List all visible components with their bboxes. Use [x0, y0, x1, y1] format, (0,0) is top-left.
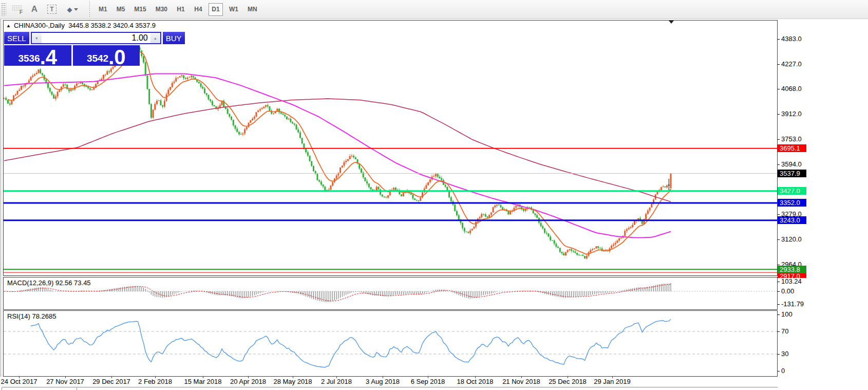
- chart-tab[interactable]: [2, 387, 77, 390]
- text-label-tool-button[interactable]: A: [26, 2, 43, 16]
- date-tick-label: 3 Aug 2018: [366, 378, 400, 385]
- date-axis[interactable]: 24 Oct 201727 Nov 201729 Dec 20172 Feb 2…: [0, 377, 868, 386]
- bid-dec: .4: [40, 49, 57, 66]
- rsi-pane[interactable]: RSI(14) 78.2685: [3, 310, 778, 377]
- ma-slow-line: [4, 99, 671, 201]
- macd-tick-label: -131.79: [781, 300, 804, 308]
- volume-stepper: ▾ ▴: [31, 32, 161, 44]
- price-badge-3427.0: 3427.0: [778, 187, 806, 195]
- macd-tick-mark: [778, 304, 780, 305]
- price-tick-label: 3120.0: [781, 235, 802, 243]
- timeframe-button-h1[interactable]: H1: [174, 3, 188, 16]
- bid-price-display[interactable]: 3536.4: [4, 45, 71, 66]
- collapse-arrow-icon[interactable]: ▲: [6, 23, 11, 28]
- macd-tick-mark: [778, 291, 780, 292]
- top-toolbar: F A T ◆ M1M5M15M30H1H4D1W1MN: [0, 0, 868, 19]
- rsi-chart[interactable]: [4, 311, 777, 376]
- timeframe-button-h4[interactable]: H4: [191, 3, 205, 16]
- timeframe-button-m15[interactable]: M15: [131, 3, 149, 16]
- arrows-icon: ◆: [67, 6, 72, 13]
- date-tick-label: 2 Feb 2018: [138, 378, 172, 385]
- timeframe-button-mn[interactable]: MN: [244, 3, 260, 16]
- price-badge-3352.0: 3352.0: [778, 199, 806, 207]
- rsi-tick-mark: [778, 371, 780, 372]
- rsi-label: RSI(14) 78.2685: [7, 312, 56, 320]
- macd-signal-line: [4, 284, 671, 301]
- timeframe-button-d1[interactable]: D1: [209, 3, 223, 16]
- price-tick-mark: [778, 64, 780, 65]
- rsi-tick-mark: [778, 354, 780, 355]
- text-tool-button[interactable]: T: [43, 2, 61, 16]
- volume-input[interactable]: [42, 33, 150, 43]
- toolbar-grip[interactable]: [1, 3, 6, 16]
- text-label-icon: A: [31, 4, 37, 14]
- price-badge-2917.0: 2917.0: [778, 273, 806, 278]
- volume-increase-button[interactable]: ▴: [150, 33, 160, 43]
- price-badge-2933.8: 2933.8: [778, 266, 806, 273]
- macd-tick-mark: [778, 282, 780, 282]
- macd-chart[interactable]: [4, 277, 777, 309]
- date-tick-label: 29 Jan 2019: [594, 378, 631, 385]
- fibonacci-icon: F: [12, 5, 22, 13]
- rsi-tick-mark: [778, 331, 780, 332]
- ohlc-values: 3445.8 3538.2 3420.4 3537.9: [68, 22, 156, 29]
- price-tick-label: 4383.0: [781, 35, 802, 43]
- fibonacci-tool-button[interactable]: F: [8, 2, 26, 16]
- macd-tick-label: 103.24: [781, 277, 802, 285]
- price-axis[interactable]: 4383.04227.04068.03912.03753.03594.03279…: [778, 19, 868, 386]
- rsi-tick-label: 0: [781, 367, 785, 375]
- date-tick-label: 20 Apr 2018: [230, 378, 266, 385]
- ma-mid-line: [4, 73, 671, 237]
- price-tick-label: 4068.0: [781, 85, 802, 92]
- text-tool-icon: T: [47, 5, 56, 14]
- candles: [4, 45, 672, 259]
- macd-histogram: [4, 283, 671, 302]
- tab-strip-edge: [77, 387, 778, 387]
- chart-shift-marker[interactable]: [669, 21, 674, 24]
- timeframe-toolbar: M1M5M15M30H1H4D1W1MN: [94, 3, 262, 16]
- macd-tick-label: 0.00: [781, 287, 794, 295]
- chart-tab-strip: [0, 386, 868, 390]
- rsi-tick-label: 30: [781, 350, 788, 358]
- price-tick-label: 3753.0: [781, 135, 802, 143]
- price-tick-mark: [778, 139, 780, 140]
- ask-dec: .0: [108, 49, 125, 66]
- macd-pane[interactable]: MACD(12,26,9) 92.56 73.45: [3, 277, 778, 310]
- ask-int: 3542: [87, 53, 108, 63]
- sell-button[interactable]: SELL: [4, 32, 29, 44]
- ask-price-display[interactable]: 3542.0: [73, 45, 140, 66]
- macd-label: MACD(12,26,9) 92.56 73.45: [7, 279, 91, 287]
- arrows-tool-button[interactable]: ◆: [61, 2, 84, 16]
- one-click-trade-panel: SELL ▾ ▴ BUY 3536.4 3542.0: [4, 32, 140, 66]
- timeframe-button-m30[interactable]: M30: [153, 3, 171, 16]
- date-tick-label: 28 May 2018: [273, 378, 312, 385]
- price-badge-3695.1: 3695.1: [778, 144, 806, 152]
- price-badge-3243.0: 3243.0: [778, 216, 806, 224]
- price-tick-mark: [778, 114, 780, 115]
- bid-int: 3536: [18, 53, 40, 63]
- chart-title: ▲CHINA300-,Daily 3445.8 3538.2 3420.4 35…: [6, 22, 156, 29]
- rsi-line: [31, 319, 671, 367]
- price-tick-mark: [778, 39, 780, 40]
- window-left-edge-inner: [2, 19, 2, 390]
- date-tick-label: 15 Mar 2018: [184, 378, 222, 385]
- volume-decrease-button[interactable]: ▾: [32, 33, 42, 43]
- chevron-down-icon: [74, 8, 78, 11]
- timeframe-button-w1[interactable]: W1: [226, 3, 241, 16]
- price-tick-label: 4227.0: [781, 60, 802, 68]
- price-tick-mark: [778, 214, 780, 215]
- date-tick-label: 21 Nov 2018: [502, 378, 540, 385]
- rsi-tick-mark: [778, 314, 780, 315]
- price-tick-label: 3912.0: [781, 110, 802, 118]
- price-tick-mark: [778, 164, 780, 165]
- window-left-edge: [0, 19, 1, 390]
- date-tick-label: 2 Jul 2018: [321, 378, 352, 385]
- timeframe-button-m1[interactable]: M1: [96, 3, 110, 16]
- price-tick-mark: [778, 89, 780, 89]
- buy-button[interactable]: BUY: [163, 32, 185, 44]
- date-tick-label: 29 Dec 2017: [92, 378, 130, 385]
- price-tick-label: 3594.0: [781, 160, 802, 168]
- date-tick-label: 25 Dec 2018: [549, 378, 587, 385]
- rsi-tick-label: 100: [781, 310, 792, 318]
- timeframe-button-m5[interactable]: M5: [114, 3, 128, 16]
